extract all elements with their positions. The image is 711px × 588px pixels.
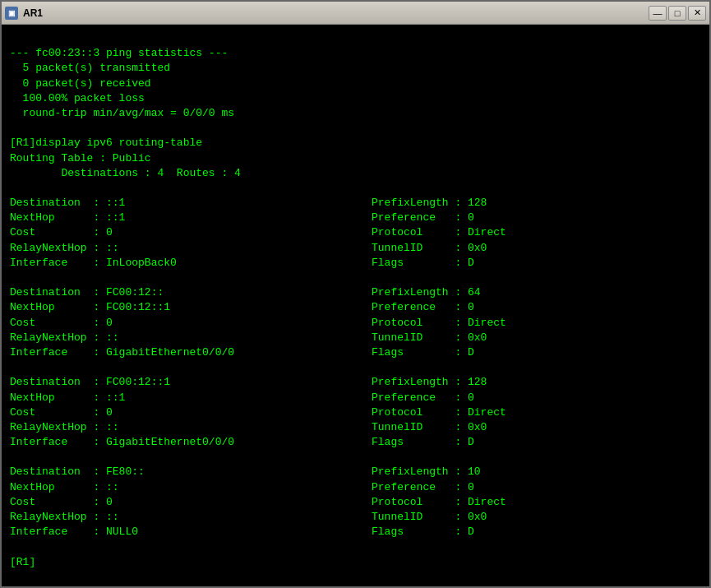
col-left: Destination : FE80:: [10, 465, 372, 479]
empty-line [10, 31, 701, 46]
col-left: RelayNextHop : :: [10, 510, 372, 525]
col-left: Cost : 0 [10, 495, 372, 510]
col-right: Flags : D [372, 256, 474, 271]
terminal-two-col-line: Destination : ::1 PrefixLength : 128 [10, 196, 701, 211]
terminal-two-col-line: RelayNextHop : :: TunnelID : 0x0 [10, 510, 701, 525]
terminal-two-col-line: RelayNextHop : :: TunnelID : 0x0 [10, 420, 701, 435]
col-left: Interface : GigabitEthernet0/0/0 [10, 345, 372, 360]
col-left: Cost : 0 [10, 316, 372, 331]
terminal-two-col-line: Interface : InLoopBack0 Flags : D [10, 256, 701, 271]
col-right: Preference : 0 [372, 480, 474, 495]
col-right: PrefixLength : 64 [372, 285, 481, 300]
terminal-two-col-line: Cost : 0 Protocol : Direct [10, 316, 701, 331]
col-right: Preference : 0 [372, 391, 474, 405]
window-icon: ▣ [5, 7, 18, 20]
titlebar-buttons: — □ ✕ [649, 6, 706, 21]
maximize-button[interactable]: □ [668, 6, 686, 21]
col-left: Interface : InLoopBack0 [10, 256, 372, 271]
terminal-two-col-line: NextHop : ::1 Preference : 0 [10, 391, 701, 405]
terminal-two-col-line: NextHop : ::1 Preference : 0 [10, 211, 701, 225]
terminal-line: round-trip min/avg/max = 0/0/0 ms [10, 106, 701, 121]
col-right: TunnelID : 0x0 [372, 420, 487, 435]
col-left: Cost : 0 [10, 405, 372, 420]
col-right: TunnelID : 0x0 [372, 331, 487, 345]
col-right: Protocol : Direct [372, 225, 506, 240]
terminal-two-col-line: Cost : 0 Protocol : Direct [10, 225, 701, 240]
col-right: Protocol : Direct [372, 316, 506, 331]
col-left: RelayNextHop : :: [10, 331, 372, 345]
col-left: Destination : ::1 [10, 196, 372, 211]
col-right: Preference : 0 [372, 300, 474, 315]
minimize-button[interactable]: — [649, 6, 667, 21]
terminal-two-col-line: Interface : GigabitEthernet0/0/0 Flags :… [10, 435, 701, 450]
terminal-two-col-line: Destination : FC00:12::1 PrefixLength : … [10, 375, 701, 390]
terminal-line: [R1]display ipv6 routing-table [10, 136, 701, 150]
close-button[interactable]: ✕ [688, 6, 706, 21]
empty-line [10, 121, 701, 136]
empty-line [10, 450, 701, 465]
empty-line [10, 539, 701, 554]
col-left: Interface : GigabitEthernet0/0/0 [10, 435, 372, 450]
col-right: PrefixLength : 128 [372, 375, 487, 390]
terminal-two-col-line: Destination : FE80:: PrefixLength : 10 [10, 465, 701, 479]
col-right: Flags : D [372, 525, 474, 539]
col-right: Flags : D [372, 435, 474, 450]
terminal-line: [R1] [10, 555, 701, 570]
terminal-line: Routing Table : Public [10, 151, 701, 166]
terminal-two-col-line: Interface : GigabitEthernet0/0/0 Flags :… [10, 345, 701, 360]
empty-line [10, 271, 701, 285]
col-left: RelayNextHop : :: [10, 241, 372, 256]
terminal-two-col-line: RelayNextHop : :: TunnelID : 0x0 [10, 241, 701, 256]
col-left: Interface : NULL0 [10, 525, 372, 539]
terminal-output[interactable]: --- fc00:23::3 ping statistics --- 5 pac… [2, 25, 709, 586]
col-right: Preference : 0 [372, 211, 474, 225]
col-left: Destination : FC00:12::1 [10, 375, 372, 390]
empty-line [10, 181, 701, 196]
col-left: NextHop : FC00:12::1 [10, 300, 372, 315]
terminal-two-col-line: Cost : 0 Protocol : Direct [10, 405, 701, 420]
terminal-line: 0 packet(s) received [10, 76, 701, 91]
titlebar: ▣ AR1 — □ ✕ [2, 2, 709, 25]
main-window: ▣ AR1 — □ ✕ --- fc00:23::3 ping statisti… [0, 0, 711, 588]
titlebar-left: ▣ AR1 [5, 7, 43, 20]
terminal-two-col-line: Cost : 0 Protocol : Direct [10, 495, 701, 510]
terminal-line: 100.00% packet loss [10, 91, 701, 106]
col-left: RelayNextHop : :: [10, 420, 372, 435]
terminal-line: 5 packet(s) transmitted [10, 61, 701, 76]
terminal-two-col-line: RelayNextHop : :: TunnelID : 0x0 [10, 331, 701, 345]
col-right: PrefixLength : 10 [372, 465, 481, 479]
col-left: Destination : FC00:12:: [10, 285, 372, 300]
col-right: TunnelID : 0x0 [372, 241, 487, 256]
window-title: AR1 [23, 7, 43, 19]
terminal-two-col-line: NextHop : FC00:12::1 Preference : 0 [10, 300, 701, 315]
terminal-two-col-line: Interface : NULL0 Flags : D [10, 525, 701, 539]
terminal-two-col-line: NextHop : :: Preference : 0 [10, 480, 701, 495]
empty-line [10, 360, 701, 375]
col-right: TunnelID : 0x0 [372, 510, 487, 525]
col-left: NextHop : :: [10, 480, 372, 495]
col-right: Protocol : Direct [372, 495, 506, 510]
terminal-two-col-line: Destination : FC00:12:: PrefixLength : 6… [10, 285, 701, 300]
terminal-line: --- fc00:23::3 ping statistics --- [10, 46, 701, 61]
col-right: Protocol : Direct [372, 405, 506, 420]
col-left: NextHop : ::1 [10, 391, 372, 405]
col-left: Cost : 0 [10, 225, 372, 240]
col-right: Flags : D [372, 345, 474, 360]
col-left: NextHop : ::1 [10, 211, 372, 225]
terminal-line: Destinations : 4 Routes : 4 [10, 166, 701, 181]
col-right: PrefixLength : 128 [372, 196, 487, 211]
